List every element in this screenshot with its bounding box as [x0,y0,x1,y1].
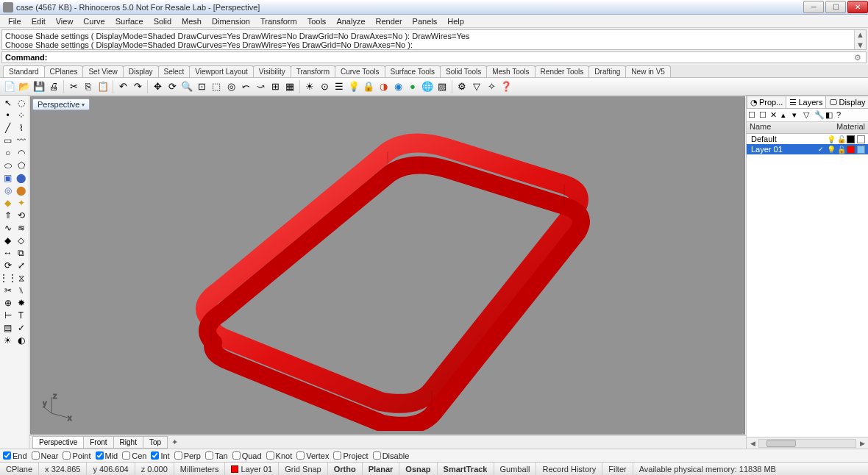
menu-view[interactable]: View [51,15,79,27]
osnap-disable[interactable]: Disable [373,451,410,460]
layer-material-swatch[interactable] [857,135,865,143]
array-icon[interactable]: ⋮⋮ [2,272,14,284]
scroll-left-icon[interactable]: ◀ [747,440,758,447]
status-ortho[interactable]: Ortho [328,463,363,475]
osnap-project[interactable]: Project [333,451,368,460]
tab-cplanes[interactable]: CPlanes [44,65,84,77]
filter-layer-icon[interactable]: ▽ [803,110,814,121]
status-recordhistory[interactable]: Record History [536,463,602,475]
trim-icon[interactable]: ✂ [2,285,14,296]
scale-tool-icon[interactable]: ⤢ [15,260,27,271]
properties-icon[interactable]: ◑ [377,80,390,93]
tab-new-in-v5[interactable]: New in V5 [625,65,671,77]
osnap-checkbox[interactable] [122,451,130,460]
text-icon[interactable]: T [15,310,27,321]
check-icon[interactable]: ✓ [15,322,27,334]
osnap-checkbox[interactable] [3,451,11,460]
rotate-tool-icon[interactable]: ⟳ [2,260,14,271]
status-units[interactable]: Millimeters [174,463,226,475]
menu-mesh[interactable]: Mesh [177,15,207,27]
osnap-quad[interactable]: Quad [232,451,262,460]
status-smarttrack[interactable]: SmartTrack [438,463,494,475]
revolve-icon[interactable]: ⟲ [15,210,27,221]
pointer-icon[interactable]: ↖ [2,97,14,109]
osnap-checkbox[interactable] [373,451,381,460]
viewport[interactable]: Perspective [30,96,745,435]
open-icon[interactable]: 📂 [18,80,31,93]
save-icon[interactable]: 💾 [32,80,46,93]
menu-edit[interactable]: Edit [26,15,51,27]
delete-layer-icon[interactable]: ✕ [770,110,780,121]
maximize-button[interactable]: ☐ [825,1,846,13]
layer-color-swatch[interactable] [847,146,855,154]
panel-tab-prop[interactable]: ◔Prop... [747,96,786,108]
menu-dimension[interactable]: Dimension [207,15,255,27]
extrude-icon[interactable]: ⇑ [2,210,14,221]
panel-tab-display[interactable]: 🖵Display [825,96,868,108]
tab-set-view[interactable]: Set View [82,65,123,77]
move-down-icon[interactable]: ▾ [792,110,803,121]
panel-scrollbar[interactable]: ◀ ▶ [747,437,868,449]
cut-icon[interactable]: ✂ [67,80,80,93]
solidpt-icon[interactable]: ◆ [2,235,14,246]
osnap-checkbox[interactable] [232,451,241,460]
texture-icon[interactable]: ▨ [435,80,449,93]
status-gumball[interactable]: Gumball [494,463,537,475]
tab-display[interactable]: Display [123,65,159,77]
solidedge-icon[interactable]: ◇ [15,235,27,246]
panel-tab-layers[interactable]: ☰Layers [786,96,826,108]
polygon-icon[interactable]: ⬠ [15,160,27,171]
layer-header-material[interactable]: Material [828,122,868,133]
minimize-button[interactable]: ─ [803,1,824,13]
layer-color-icon[interactable]: ◧ [825,110,836,121]
menu-tools[interactable]: Tools [302,15,332,27]
menu-analyze[interactable]: Analyze [331,15,370,27]
lock-icon[interactable]: 🔒 [362,80,375,93]
osnap-checkbox[interactable] [205,451,213,460]
osnap-mid[interactable]: Mid [96,451,118,460]
blend-icon[interactable]: ∿ [2,222,14,234]
help-icon[interactable]: ❓ [499,80,513,93]
cylinder-icon[interactable]: ⬤ [15,172,27,184]
move-icon[interactable]: ✥ [151,80,164,93]
new-sublayer-icon[interactable]: ☐ [759,110,769,121]
osnap-near[interactable]: Near [32,451,59,460]
tab-surface-tools[interactable]: Surface Tools [385,65,441,77]
tab-solid-tools[interactable]: Solid Tools [440,65,487,77]
render-tool-icon[interactable]: ☀ [2,335,14,346]
4view-icon[interactable]: ⊞ [268,80,282,93]
undo-icon[interactable]: ↶ [116,80,129,93]
menu-file[interactable]: File [3,15,26,27]
layer-material-swatch[interactable] [857,146,865,154]
add-view-tab[interactable]: ✦ [168,438,180,447]
status-gridsnap[interactable]: Grid Snap [279,463,328,475]
view-tab-top[interactable]: Top [143,436,168,449]
dim-icon[interactable]: ⊢ [2,310,14,321]
osnap-checkbox[interactable] [151,451,159,460]
sphere-icon[interactable]: ◎ [2,185,14,196]
osnap-end[interactable]: End [3,451,27,460]
tab-curve-tools[interactable]: Curve Tools [335,65,385,77]
options-gear-icon[interactable]: ⚙ [854,53,864,63]
new-icon[interactable]: 📄 [3,80,16,93]
named-views-icon[interactable]: ☀ [303,80,316,93]
paste-icon[interactable]: 📋 [96,80,110,93]
tab-standard[interactable]: Standard [3,65,45,77]
layer-header-name[interactable]: Name [747,122,828,133]
command-line[interactable]: Command: ⚙ [1,51,867,63]
tab-select[interactable]: Select [158,65,191,77]
scroll-right-icon[interactable]: ▶ [856,440,868,447]
copy-icon[interactable]: ⎘ [82,80,95,93]
scroll-up-icon[interactable]: ▲ [856,30,864,39]
pipe-icon[interactable]: ⬤ [15,185,27,196]
loft-icon[interactable]: ✦ [15,197,27,209]
curve-icon[interactable]: 〰 [15,135,27,146]
zoom-extents-icon[interactable]: ⊡ [195,80,208,93]
copy-tool-icon[interactable]: ⧉ [15,247,27,259]
osnap-point[interactable]: Point [63,451,90,460]
move-tool-icon[interactable]: ↔ [2,247,14,259]
point-icon[interactable]: • [2,110,14,121]
points-icon[interactable]: ⁘ [15,110,27,121]
osnap-knot[interactable]: Knot [266,451,293,460]
zoom-icon[interactable]: 🔍 [180,80,193,93]
